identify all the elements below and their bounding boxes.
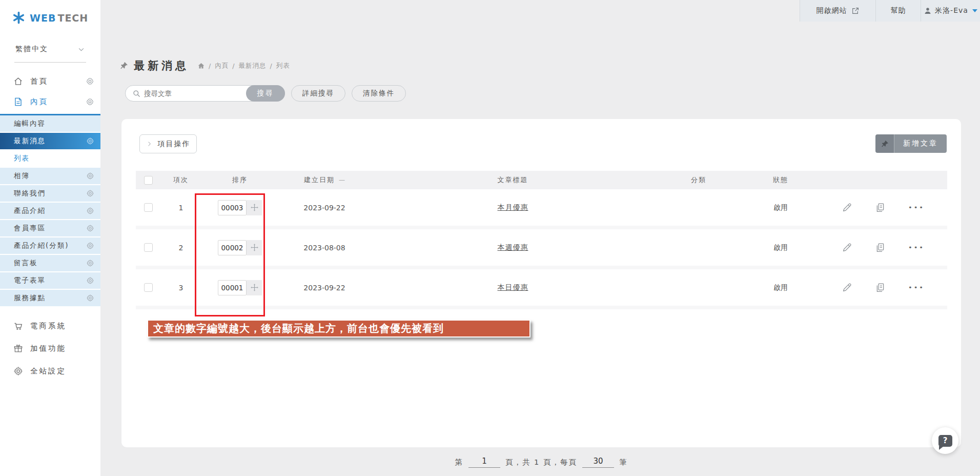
more-actions-icon[interactable]: •••: [908, 284, 925, 291]
sidebar-nav: 首頁 內頁 編輯內容 最新消息 列表 相簿 聯絡我們: [0, 71, 100, 382]
row-date: 2023-09-22: [278, 204, 371, 212]
cart-icon: [13, 321, 23, 331]
user-name: 米洛-Eva: [935, 6, 968, 15]
annotation-banner: 文章的數字編號越大，後台顯示越上方，前台也會優先被看到: [147, 320, 530, 338]
row-status: 啟用: [742, 243, 819, 252]
articles-table: 項次 排序 建立日期 — 文章標題 分類 狀態 1 2023-09-22 本月優…: [136, 171, 947, 309]
sidebar-item-message-board[interactable]: 留言板: [0, 255, 100, 272]
header-index: 項次: [160, 175, 201, 185]
article-title-link[interactable]: 本日優惠: [498, 283, 528, 292]
more-actions-icon[interactable]: •••: [908, 204, 925, 211]
table-row: 1 2023-09-22 本月優惠 啟用 •••: [136, 189, 947, 229]
header-date[interactable]: 建立日期 —: [278, 175, 371, 185]
search-icon: [132, 89, 141, 98]
sidebar-item-service-locations[interactable]: 服務據點: [0, 290, 100, 307]
row-date: 2023-08-08: [278, 244, 371, 252]
topbar: 開啟網站 幫助 米洛-Eva: [800, 0, 980, 22]
breadcrumb-item[interactable]: 列表: [276, 62, 290, 70]
sidebar-item-products-categorized[interactable]: 產品介紹(分類): [0, 237, 100, 255]
pin-icon: [881, 140, 889, 148]
edit-pencil-icon[interactable]: [842, 202, 852, 213]
gear-icon[interactable]: [86, 259, 94, 267]
gear-icon: [13, 366, 23, 376]
language-selector[interactable]: 繁體中文: [14, 45, 86, 63]
sidebar-item-ecommerce[interactable]: 電商系統: [0, 314, 100, 337]
gear-icon[interactable]: [86, 276, 94, 285]
header-status: 狀態: [742, 175, 819, 185]
copy-icon[interactable]: [875, 202, 886, 213]
user-icon: [924, 7, 932, 15]
document-icon: [13, 97, 23, 107]
sidebar-item-addons[interactable]: 加值功能: [0, 337, 100, 360]
sort-order-input[interactable]: [218, 280, 247, 295]
page-number-input[interactable]: [468, 457, 500, 468]
advanced-search-button[interactable]: 詳細搜尋: [291, 85, 345, 102]
sort-order-input[interactable]: [218, 200, 247, 215]
bulk-actions-button[interactable]: 項目操作: [139, 134, 197, 153]
help-float-button[interactable]: ?: [932, 427, 958, 454]
sidebar-item-home[interactable]: 首頁: [0, 71, 100, 91]
sidebar-item-label: 產品介紹(分類): [14, 241, 69, 250]
sidebar-item-products[interactable]: 產品介紹: [0, 203, 100, 220]
page-title: 最新消息: [134, 58, 189, 73]
breadcrumb-item[interactable]: 最新消息: [238, 62, 266, 70]
sidebar-item-edit-content[interactable]: 編輯內容: [0, 115, 100, 133]
add-article-button[interactable]: 新增文章: [875, 134, 947, 153]
breadcrumb-item[interactable]: 內頁: [215, 62, 229, 70]
add-article-label: 新增文章: [894, 134, 947, 153]
home-icon: [13, 76, 23, 86]
header-category: 分類: [655, 175, 742, 185]
search-button[interactable]: 搜尋: [246, 85, 285, 102]
external-link-icon: [851, 7, 860, 15]
breadcrumb-sep: /: [209, 62, 211, 70]
copy-icon[interactable]: [875, 242, 886, 253]
row-index: 1: [160, 204, 201, 212]
gear-icon[interactable]: [86, 97, 94, 106]
gear-icon[interactable]: [86, 189, 94, 197]
article-title-link[interactable]: 本週優惠: [498, 243, 528, 252]
sidebar-item-site-settings[interactable]: 全站設定: [0, 360, 100, 382]
table-row: 3 2023-09-22 本日優惠 啟用 •••: [136, 269, 947, 309]
breadcrumb-home-icon[interactable]: [197, 62, 205, 70]
gear-icon[interactable]: [86, 224, 94, 232]
drag-move-icon[interactable]: [247, 200, 262, 215]
edit-pencil-icon[interactable]: [842, 282, 852, 293]
article-title-link[interactable]: 本月優惠: [498, 203, 528, 212]
sidebar-item-label: 全站設定: [30, 366, 66, 376]
sidebar-item-e-forms[interactable]: 電子表單: [0, 272, 100, 290]
user-menu[interactable]: 米洛-Eva: [921, 0, 980, 22]
edit-pencil-icon[interactable]: [842, 242, 852, 253]
per-page-input[interactable]: [582, 457, 614, 468]
sidebar-item-inner-pages[interactable]: 內頁: [0, 91, 100, 112]
gear-icon[interactable]: [86, 242, 94, 250]
row-checkbox[interactable]: [144, 243, 153, 252]
copy-icon[interactable]: [875, 282, 886, 293]
search-input[interactable]: [144, 86, 244, 101]
help-menu-button[interactable]: 幫助: [875, 0, 921, 22]
logo-web: WEB: [30, 12, 56, 24]
clear-filters-button[interactable]: 清除條件: [352, 85, 406, 102]
drag-move-icon[interactable]: [247, 280, 262, 295]
breadcrumb-sep: /: [270, 62, 272, 70]
add-article-pin[interactable]: [875, 134, 894, 153]
sidebar-item-contact-us[interactable]: 聯絡我們: [0, 185, 100, 203]
sort-order-input[interactable]: [218, 240, 247, 255]
row-checkbox[interactable]: [144, 283, 153, 292]
sidebar-item-member-area[interactable]: 會員專區: [0, 220, 100, 237]
gear-icon[interactable]: [86, 294, 94, 302]
sidebar-item-label: 最新消息: [14, 136, 46, 146]
sidebar-item-latest-news[interactable]: 最新消息: [0, 133, 100, 150]
gear-icon[interactable]: [86, 207, 94, 215]
open-website-button[interactable]: 開啟網站: [800, 0, 875, 22]
table-header-row: 項次 排序 建立日期 — 文章標題 分類 狀態: [136, 171, 947, 189]
more-actions-icon[interactable]: •••: [908, 244, 925, 251]
drag-move-icon[interactable]: [247, 240, 262, 255]
search-field: 搜尋: [125, 85, 285, 102]
gear-icon[interactable]: [86, 77, 94, 86]
sidebar-item-list[interactable]: 列表: [0, 150, 100, 168]
select-all-checkbox[interactable]: [144, 176, 153, 185]
sidebar-item-album[interactable]: 相簿: [0, 168, 100, 185]
gear-icon[interactable]: [86, 172, 94, 180]
row-checkbox[interactable]: [144, 203, 153, 212]
gear-icon[interactable]: [86, 137, 94, 145]
